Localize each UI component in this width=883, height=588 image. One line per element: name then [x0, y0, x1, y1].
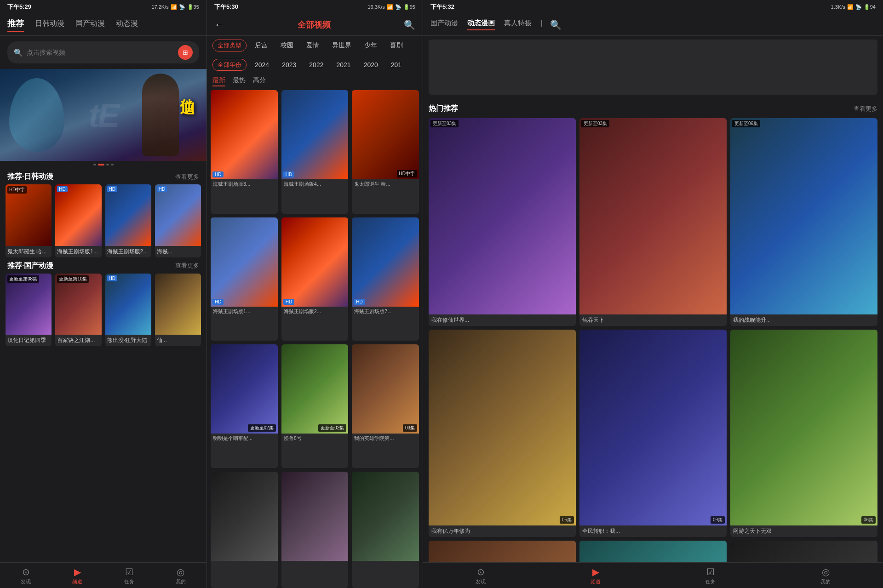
sort-latest[interactable]: 最新	[212, 76, 225, 86]
bottom-nav-channel-3[interactable]: ▶ 频道	[591, 566, 601, 585]
list-item[interactable]: 03集 我的英雄学院第...	[352, 344, 419, 468]
sort-highest[interactable]: 高分	[253, 76, 266, 86]
tab-recommend[interactable]: 推荐	[7, 18, 24, 32]
card-image: 更新至06集	[730, 118, 877, 314]
bottom-nav-mine-1[interactable]: ◎ 我的	[176, 566, 186, 585]
list-item[interactable]: HD 海贼王剧场版4...	[281, 90, 349, 214]
chip-2020[interactable]: 2020	[359, 60, 383, 70]
list-item[interactable]: HD 海贼王剧场版2...	[105, 184, 151, 257]
list-item[interactable]: 更新至03集 鲲吞天下	[579, 118, 727, 326]
chip-2022[interactable]: 2022	[304, 60, 328, 70]
search-input-1[interactable]	[27, 49, 174, 56]
update-badge: 更新至03集	[430, 120, 459, 127]
video-grid-2: HD 海贼王剧场版3... HD 海贼王剧场版4... HD中字 鬼太郎诞生 哈…	[207, 90, 423, 588]
sort-hottest[interactable]: 最热	[233, 76, 246, 86]
section2-more[interactable]: 查看更多	[175, 262, 199, 270]
card-image: 更新至第10集	[55, 274, 101, 335]
card-image: 09集	[579, 330, 727, 526]
bottom-nav-channel-1[interactable]: ▶ 频道	[72, 566, 82, 585]
card-title: 汉化日记第四季	[6, 335, 52, 346]
bottom-nav-discover-3[interactable]: ⊙ 发现	[476, 566, 486, 585]
filter-year-row: 全部年份 2024 2023 2022 2021 2020 201	[207, 55, 423, 74]
bottom-nav-task-1[interactable]: ☑ 任务	[124, 566, 134, 585]
card-title: 鲲吞天下	[579, 314, 727, 326]
list-item[interactable]: 12集 我是怪兽大主宰	[730, 541, 877, 562]
chip-isekai[interactable]: 异世界	[327, 40, 356, 51]
card-badge-hd: HD	[57, 186, 67, 192]
list-item[interactable]: 更新至06集 我的战舰能升...	[730, 118, 877, 326]
channel-icon: ▶	[74, 566, 81, 577]
back-button[interactable]: ←	[214, 19, 224, 31]
update-badge: 更新至03集	[581, 120, 609, 127]
chip-harem[interactable]: 后宫	[250, 40, 272, 51]
list-item[interactable]: 09集 稳住别浪	[429, 541, 576, 562]
section1-more[interactable]: 查看更多	[175, 173, 199, 181]
section1-header: 推荐·日韩动漫 查看更多	[0, 168, 206, 184]
mine-label: 我的	[176, 578, 186, 585]
card-image: 更新至03集	[579, 118, 727, 314]
chip-all-types[interactable]: 全部类型	[212, 40, 247, 51]
list-item[interactable]: HD 海贼王剧场版1...	[211, 217, 278, 341]
list-item[interactable]: HD 海贼王剧场版3...	[211, 90, 278, 214]
hot-more[interactable]: 查看更多	[854, 105, 877, 113]
bottom-nav-mine-3[interactable]: ◎ 我的	[820, 566, 831, 585]
dot-3	[106, 164, 109, 166]
chip-2021[interactable]: 2021	[332, 60, 355, 70]
bottom-nav-discover-1[interactable]: ⊙ 发现	[21, 566, 31, 585]
tab-motion-comic[interactable]: 动态漫	[116, 19, 138, 30]
list-item[interactable]: 16集 我的妻子是大...	[579, 541, 727, 562]
hero-banner-1[interactable]: tE 仙逆	[0, 69, 206, 161]
tab-china-anime[interactable]: 国产动漫	[75, 19, 105, 30]
list-item[interactable]: HD 海贼王剧场版1...	[55, 184, 101, 257]
tab-motion-comic-3[interactable]: 动态漫画	[467, 19, 495, 30]
list-item[interactable]: 仙...	[155, 274, 201, 347]
chip-2024[interactable]: 2024	[250, 60, 274, 70]
chip-comedy[interactable]: 喜剧	[385, 40, 407, 51]
card-badge-ep: 更新至第10集	[57, 275, 89, 283]
chip-school[interactable]: 校园	[276, 40, 298, 51]
section1-grid: HD中字 鬼太郎诞生 哈... HD 海贼王剧场版1... HD 海贼王剧场版2…	[0, 184, 206, 257]
list-item[interactable]	[352, 472, 419, 588]
list-item[interactable]: HD 熊出没·狂野大陆	[105, 274, 151, 347]
list-item[interactable]: 05集 我有亿万年修为	[429, 330, 576, 537]
hot-title: 热门推荐	[429, 104, 458, 114]
card-title: 百家诀之江湖...	[55, 335, 101, 346]
list-item[interactable]	[281, 472, 349, 588]
list-item[interactable]	[211, 472, 278, 588]
chip-2023[interactable]: 2023	[277, 60, 301, 70]
list-item[interactable]: 更新至02集 明明是个哨事配...	[211, 344, 278, 468]
dragon-decoration	[9, 78, 64, 152]
chip-all-years[interactable]: 全部年份	[212, 59, 247, 71]
tab-china-anime-3[interactable]: 国产动漫	[430, 19, 458, 30]
tab-live-action-3[interactable]: 真人特摄	[504, 19, 532, 30]
hero-character	[142, 74, 179, 156]
list-item[interactable]: 06集 网游之天下无双	[730, 330, 877, 537]
grid-icon: ⊞	[183, 49, 188, 56]
search-button-1[interactable]: ⊞	[178, 45, 193, 60]
list-item[interactable]: HD中字 鬼太郎诞生 哈...	[352, 90, 419, 214]
discover-icon: ⊙	[22, 566, 30, 577]
search-icon-3[interactable]: 🔍	[550, 19, 562, 30]
list-item[interactable]: 更新至02集 怪兽8号	[281, 344, 349, 468]
chip-love[interactable]: 爱情	[302, 40, 324, 51]
list-item[interactable]: HD 海贼王剧场版7...	[352, 217, 419, 341]
search-bar-1[interactable]: 🔍 ⊞	[7, 41, 199, 63]
te-logo: tE	[89, 97, 118, 134]
speed-3: 1.3K/s	[831, 4, 845, 10]
list-item[interactable]: 更新至第10集 百家诀之江湖...	[55, 274, 101, 347]
status-icons-2: 16.3K/s 📶 📡 🔋95	[367, 4, 415, 10]
tab-more-3[interactable]: |	[541, 19, 543, 30]
search-icon-2[interactable]: 🔍	[404, 19, 415, 30]
card-image: 09集	[429, 541, 576, 562]
chip-201x[interactable]: 201	[386, 60, 406, 70]
bottom-nav-task-3[interactable]: ☑ 任务	[705, 566, 716, 585]
list-item[interactable]: 更新至03集 我在修仙世界...	[429, 118, 576, 326]
list-item[interactable]: HD 海贼...	[155, 184, 201, 257]
list-item[interactable]: 09集 全民转职：我...	[579, 330, 727, 537]
list-item[interactable]: 更新至第08集 汉化日记第四季	[6, 274, 52, 347]
chip-shonen[interactable]: 少年	[360, 40, 382, 51]
tab-japan-anime[interactable]: 日韩动漫	[35, 19, 64, 30]
list-item[interactable]: HD 海贼王剧场版2...	[281, 217, 349, 341]
status-icons-3: 1.3K/s 📶 📡 🔋94	[831, 4, 876, 10]
list-item[interactable]: HD中字 鬼太郎诞生 哈...	[6, 184, 52, 257]
